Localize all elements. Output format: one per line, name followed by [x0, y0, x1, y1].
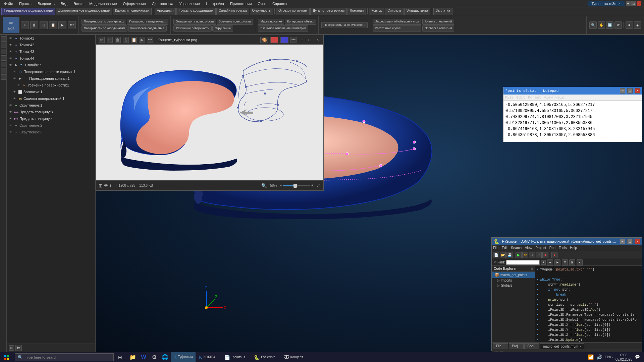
- image-viewer-undo[interactable]: ↩: [107, 37, 113, 43]
- visibility-eye-sp7[interactable]: 👁: [8, 63, 13, 67]
- menu-item-sketch[interactable]: Эскиз: [71, 1, 86, 6]
- menu-item-file[interactable]: Файл: [1, 1, 16, 6]
- notepad-menu-view[interactable]: View: [544, 96, 552, 100]
- menu-item-window[interactable]: Окно: [255, 1, 269, 6]
- sidebar-btn-1[interactable]: [1, 36, 6, 42]
- image-viewer-close[interactable]: ×: [315, 37, 321, 43]
- equidistant-btn[interactable]: Эквидистанта: [404, 8, 430, 15]
- sidebar-btn-6[interactable]: [1, 68, 6, 73]
- visibility-eye-sew1[interactable]: 👁: [12, 96, 17, 101]
- taskbar-app-kompas[interactable]: K Туфелька: [171, 352, 196, 362]
- menu-item-apps[interactable]: Приложения: [227, 1, 254, 6]
- circle-btn[interactable]: Окружность: [250, 8, 273, 15]
- py-menu-view[interactable]: View: [525, 246, 532, 250]
- tree-expand-sp7[interactable]: ▶: [14, 63, 18, 67]
- point-coords-btn[interactable]: Точка по координатам: [176, 8, 216, 15]
- surface-cut-btn[interactable]: Усечение поверхности: [217, 19, 253, 25]
- notepad-close[interactable]: ×: [635, 88, 640, 94]
- menu-item-view[interactable]: Вид: [58, 1, 70, 6]
- tree-item-sew1[interactable]: 👁 ⋈ Сшивка поверхностей:1: [7, 95, 95, 102]
- py-tb-save[interactable]: 💾: [506, 252, 513, 258]
- tree-item-point42[interactable]: 👁 ● Точка:42: [7, 42, 95, 48]
- visibility-eye-s1[interactable]: 👁: [12, 69, 17, 74]
- notepad-menu-format[interactable]: Format: [528, 96, 541, 100]
- find-next[interactable]: ►: [554, 259, 560, 265]
- tree-item-thick4[interactable]: 👁 ⟺ Придать толщину:4: [7, 115, 95, 122]
- view-control-2[interactable]: ✋: [598, 21, 605, 29]
- edit-btn[interactable]: ✏ Edit: [3, 17, 19, 33]
- tree-item-thick3[interactable]: 👁 ⟺ Придать толщину:3: [7, 109, 95, 115]
- image-viewer-icon-btn[interactable]: ✏: [99, 37, 105, 43]
- py-tb-open[interactable]: 📂: [500, 252, 506, 258]
- menu-item-select[interactable]: Выделить: [35, 1, 57, 6]
- explorer-globals[interactable]: ▷ Globals: [492, 283, 535, 288]
- find-prev[interactable]: ◄: [547, 259, 553, 265]
- find-copy[interactable]: ⎘: [569, 259, 575, 265]
- zoom-out-btn[interactable]: 🔍: [261, 183, 267, 188]
- py-menu-run[interactable]: Run: [549, 246, 555, 250]
- tree-item-surface1[interactable]: 👁 ⬡ Поверхность по сети кривых:1: [7, 68, 95, 75]
- patch-btn[interactable]: Заплатка: [433, 8, 452, 15]
- auto-line-btn[interactable]: Автолиния: [155, 8, 176, 15]
- start-button[interactable]: [0, 352, 13, 362]
- tree-item-point44[interactable]: 👁 ● Точка:44: [7, 55, 95, 62]
- find-close[interactable]: ×: [494, 260, 496, 265]
- play-btn[interactable]: ▶: [58, 21, 66, 29]
- taskbar-app-points[interactable]: 📄 *points_s...: [222, 352, 251, 362]
- surface-split-btn[interactable]: Разбиение поверхности: [173, 25, 212, 32]
- find-dropdown[interactable]: ▼: [541, 260, 546, 265]
- wireframe-btn[interactable]: ◈: [634, 21, 641, 29]
- tree-item-fillet3[interactable]: 👁 ⌣ Скругление:3: [7, 129, 95, 135]
- taskbar-icon-explorer[interactable]: 📁: [128, 352, 138, 362]
- view-control-3[interactable]: 🔄: [606, 21, 613, 29]
- sidebar-btn-4[interactable]: [1, 55, 6, 61]
- volume-icon[interactable]: 🔊: [596, 354, 602, 360]
- menu-item-help[interactable]: Справка: [270, 1, 289, 6]
- undo-btn[interactable]: ↩: [21, 21, 29, 29]
- collision-btn[interactable]: Проверка коллизий: [422, 25, 454, 32]
- deviation-btn[interactable]: Анализ отклонений: [422, 19, 454, 25]
- visibility-eye-41[interactable]: 👁: [8, 36, 13, 41]
- image-viewer-minimize[interactable]: −: [299, 37, 305, 43]
- image-viewer-delete[interactable]: 🗑: [115, 37, 121, 43]
- tree-item-fillet1[interactable]: 👁 ⌣ Скругление:1: [7, 102, 95, 109]
- tree-item-cut1[interactable]: 👁 ✂ Усечение поверхности:1: [7, 82, 95, 88]
- notepad-menu-help[interactable]: Help: [555, 96, 564, 100]
- view-control-4[interactable]: ⟳: [614, 21, 622, 29]
- image-viewer-maximize[interactable]: □: [307, 37, 313, 43]
- equidistant2-btn[interactable]: Эквидистанта поверхности: [173, 19, 216, 25]
- polyline-btn[interactable]: Ломаная: [347, 8, 366, 15]
- visibility-eye-42[interactable]: 👁: [8, 43, 13, 47]
- task-view-btn[interactable]: ⊞: [115, 352, 125, 362]
- zoom-fit-btn[interactable]: ⤢: [317, 183, 321, 188]
- visibility-eye-t3[interactable]: 👁: [8, 110, 13, 114]
- image-viewer-more[interactable]: •••: [147, 37, 153, 43]
- notification-icon[interactable]: 💬: [635, 355, 640, 359]
- tree-item-patch1[interactable]: 👁 ⬜ Заплатка:1: [7, 88, 95, 95]
- sidebar-btn-5[interactable]: [1, 62, 6, 67]
- image-viewer-play[interactable]: ▶: [139, 37, 145, 43]
- copy-obj-btn[interactable]: Копировать объект: [285, 19, 316, 25]
- sidebar-btn-2[interactable]: [1, 43, 6, 48]
- surface-extrude-btn[interactable]: Поверхность выдавлива...: [127, 19, 168, 25]
- py-tab-cod[interactable]: Cod...: [524, 343, 539, 349]
- tree-grid-btn[interactable]: ⊞: [9, 345, 14, 351]
- surface-coords-btn[interactable]: Поверхность по координатам: [82, 25, 127, 32]
- menu-item-settings[interactable]: Настройка: [203, 1, 227, 6]
- delete-btn[interactable]: 🗑: [30, 21, 38, 29]
- explorer-close[interactable]: ×: [531, 267, 533, 270]
- lang-indicator[interactable]: ENG: [605, 355, 613, 359]
- visibility-eye-43[interactable]: 👁: [8, 49, 13, 54]
- visibility-eye-f1[interactable]: 👁: [8, 103, 13, 108]
- py-menu-tools[interactable]: Tools: [559, 246, 567, 250]
- image-viewer-copy[interactable]: ⎘: [123, 37, 129, 43]
- explorer-imports[interactable]: ▷ Imports: [492, 278, 535, 283]
- py-tb-run[interactable]: ▶: [516, 252, 522, 258]
- network-icon[interactable]: 📶: [588, 354, 594, 360]
- mutual-btn[interactable]: Взаимное отношение геометрии: [258, 25, 308, 32]
- tree-item-spline7[interactable]: 👁 ▶ 〜 Сплайн:7: [7, 62, 95, 68]
- surface-mesh-btn[interactable]: Поверхность по сети кривых: [82, 19, 126, 25]
- py-menu-search[interactable]: Search: [511, 246, 522, 250]
- mass-grid-btn[interactable]: Масса по сетке: [258, 19, 284, 25]
- menu-item-edit[interactable]: Правка: [16, 1, 34, 6]
